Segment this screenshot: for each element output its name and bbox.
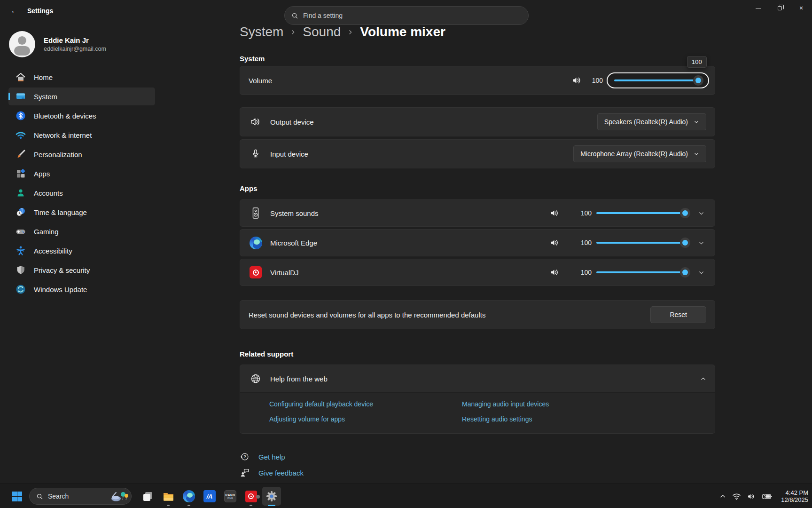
volume-tray-icon[interactable] [747,492,756,500]
settings-taskbar-button[interactable] [261,485,282,508]
sidebar-item-home[interactable]: Home [8,68,155,86]
help-link[interactable]: Configuring default playback device [269,400,462,408]
expand-row-button[interactable] [696,267,706,278]
output-device-dropdown[interactable]: Speakers (Realtek(R) Audio) [597,113,706,130]
sidebar-item-gaming[interactable]: Gaming [8,222,155,240]
slider-thumb[interactable] [680,208,690,218]
wifi-tray-icon[interactable] [732,492,741,500]
sidebar-item-apps[interactable]: Apps [8,165,155,183]
user-email: eddielkainjr@gmail.com [44,46,106,52]
clock[interactable]: 4:42 PM 12/8/2025 [781,489,808,503]
chevron-down-icon [698,270,704,276]
task-view-button[interactable] [137,485,158,508]
hidden-icons-chevron-up-icon[interactable] [719,493,726,500]
app-volume-value: 100 [577,209,592,217]
help-link[interactable]: Managing audio input devices [462,400,715,408]
app-volume-value: 100 [577,269,592,276]
sidebar-item-privacy-security[interactable]: Privacy & security [8,261,155,279]
virtualdj-taskbar-button[interactable] [241,485,261,508]
svg-text:?: ? [243,454,246,459]
ia-app-icon: /A [203,490,216,502]
reset-button-label: Reset [670,311,687,318]
sidebar-item-network-internet[interactable]: Network & internet [8,126,155,144]
battery-charging-icon[interactable] [762,493,772,500]
expand-row-button[interactable] [696,208,706,218]
give-feedback-link[interactable]: Give feedback [258,469,304,477]
help-link[interactable]: Resetting audio settings [462,415,715,423]
speaker-icon[interactable] [549,267,560,278]
close-button[interactable]: × [790,0,812,16]
system-tray: 4:42 PM 12/8/2025 [719,484,808,508]
microsoft-edge-taskbar-button[interactable] [179,485,199,508]
input-device-dropdown[interactable]: Microphone Array (Realtek(R) Audio) [573,145,706,162]
expand-row-button[interactable] [696,238,706,248]
help-from-web-title: Help from the web [270,375,328,383]
sidebar-item-accessibility[interactable]: Accessibility [8,242,155,260]
slider-thumb[interactable] [680,238,690,248]
slider-value-tooltip: 100 [687,56,707,68]
app-name: Microsoft Edge [270,239,317,247]
sidebar-item-windows-update[interactable]: Windows Update [8,280,155,298]
app-volume-slider[interactable] [596,238,688,248]
sidebar-nav: Home System Bluetooth & devices Networ [8,68,155,298]
get-help-link[interactable]: Get help [258,453,285,461]
sidebar-item-label: Network & internet [34,131,92,139]
system-section-header: System [240,55,265,63]
chevron-right-icon [347,29,353,35]
get-help-icon: ? [240,452,250,462]
minimize-button[interactable] [747,0,769,16]
output-device-value: Speakers (Realtek(R) Audio) [604,118,688,126]
back-button[interactable]: ← [7,4,23,18]
taskbar: Search [0,484,812,508]
volume-value: 100 [588,77,603,84]
search-icon [36,493,43,500]
slider-thumb[interactable] [680,267,690,278]
running-indicator [167,505,170,506]
start-button[interactable] [7,485,27,508]
sidebar-item-time-language[interactable]: Time & language [8,203,155,221]
microphone-icon [250,148,261,159]
app-volume-slider[interactable] [596,267,688,278]
settings-search-input[interactable]: Find a setting [284,6,529,25]
restore-icon [778,6,782,10]
breadcrumb-sound[interactable]: Sound [303,24,341,40]
sidebar-item-label: Privacy & security [34,266,90,274]
app-volume-slider[interactable] [596,208,688,218]
restore-button[interactable] [769,0,790,16]
breadcrumb-system[interactable]: System [240,24,283,40]
titlebar: ← Settings Find a setting × [0,0,812,23]
chevron-down-icon [694,119,699,125]
sidebar-item-label: System [34,93,57,101]
sidebar-item-system[interactable]: System [8,87,155,105]
sidebar-item-label: Windows Update [34,286,87,294]
apps-icon [15,168,26,179]
sidebar-item-bluetooth-devices[interactable]: Bluetooth & devices [8,107,155,125]
sidebar-item-personalization[interactable]: Personalization [8,145,155,163]
gaming-icon [15,226,26,237]
rand-one-app-icon: RAND ONE [224,490,236,502]
windows-update-icon [15,284,26,295]
search-icon [291,12,298,19]
reset-button[interactable]: Reset [650,306,706,323]
app-volume-row-system-sounds: System sounds 100 [240,199,715,227]
speaker-icon[interactable] [549,238,560,248]
app-button-rand-one[interactable]: RAND ONE [220,485,241,508]
minimize-icon [756,8,761,8]
help-from-web-header[interactable]: Help from the web [240,365,715,392]
help-link[interactable]: Adjusting volume for apps [269,415,462,423]
sidebar-item-accounts[interactable]: Accounts [8,184,155,202]
window-controls: × [747,0,812,16]
speaker-icon[interactable] [549,208,560,218]
volume-slider[interactable] [614,75,702,86]
app-button-ia[interactable]: /A [199,485,220,508]
help-links: Configuring default playback device Mana… [240,392,715,433]
user-profile[interactable]: Eddie Kain Jr eddielkainjr@gmail.com [9,31,106,57]
running-indicator [250,505,252,506]
task-view-icon [142,491,154,502]
file-explorer-button[interactable] [158,485,179,508]
volume-slider-thumb[interactable] [693,75,703,86]
app-volume-value: 100 [577,239,592,246]
sidebar-item-label: Personalization [34,151,82,159]
taskbar-search-box[interactable]: Search [29,488,132,505]
system-sounds-icon [250,207,261,219]
